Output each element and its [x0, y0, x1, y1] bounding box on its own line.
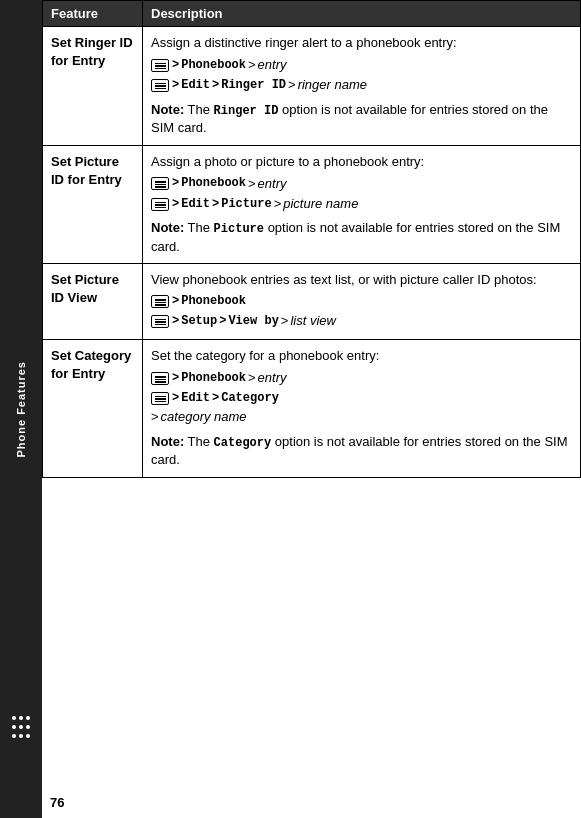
dot: [19, 725, 23, 729]
menu-line: > Edit > Ringer ID > ringer name: [151, 76, 572, 94]
table-row: Set Picture ID for EntryAssign a photo o…: [43, 145, 581, 264]
menu-separator: >: [172, 313, 179, 330]
menu-line: > category name: [151, 408, 572, 426]
main-content: Feature Description Set Ringer ID for En…: [42, 0, 581, 818]
dot: [26, 725, 30, 729]
menu-separator: >: [172, 77, 179, 94]
desc-intro: View phonebook entries as text list, or …: [151, 271, 572, 289]
menu-value: entry: [258, 369, 287, 387]
note-label: Note:: [151, 102, 184, 117]
menu-line: > Phonebook > entry: [151, 369, 572, 387]
menu-keyword: Edit: [181, 390, 210, 407]
menu-separator: >: [172, 57, 179, 74]
feature-cell: Set Ringer ID for Entry: [43, 27, 143, 146]
dot: [26, 716, 30, 720]
menu-keyword: View by: [228, 313, 278, 330]
note-text: Note: The Picture option is not availabl…: [151, 219, 572, 256]
dot: [12, 725, 16, 729]
menu-value: ringer name: [298, 76, 367, 94]
note-label: Note:: [151, 220, 184, 235]
menu-value: list view: [290, 312, 336, 330]
note-text: Note: The Category option is not availab…: [151, 433, 572, 470]
table-row: Set Ringer ID for EntryAssign a distinct…: [43, 27, 581, 146]
feature-cell: Set Picture ID for Entry: [43, 145, 143, 264]
dot: [19, 716, 23, 720]
menu-separator: >: [172, 175, 179, 192]
dot: [12, 734, 16, 738]
note-keyword: Picture: [214, 222, 264, 236]
page-number: 76: [50, 795, 64, 810]
sidebar-label: Phone Features: [15, 361, 27, 458]
header-feature: Feature: [43, 1, 143, 27]
menu-text: >: [248, 56, 256, 74]
feature-cell: Set Category for Entry: [43, 340, 143, 477]
menu-value: entry: [258, 56, 287, 74]
table-row: Set Picture ID ViewView phonebook entrie…: [43, 264, 581, 340]
page-wrapper: Phone Features Feature: [0, 0, 581, 818]
menu-line: > Phonebook > entry: [151, 56, 572, 74]
menu-keyword: Picture: [221, 196, 271, 213]
menu-keyword: Edit: [181, 196, 210, 213]
menu-keyword: Phonebook: [181, 175, 246, 192]
menu-keyword: Phonebook: [181, 370, 246, 387]
menu-line: > Setup > View by > list view: [151, 312, 572, 330]
desc-intro: Set the category for a phonebook entry:: [151, 347, 572, 365]
description-cell: Assign a photo or picture to a phonebook…: [143, 145, 581, 264]
menu-line: > Phonebook > entry: [151, 175, 572, 193]
note-label: Note:: [151, 434, 184, 449]
menu-separator: >: [172, 370, 179, 387]
note-text: Note: The Ringer ID option is not availa…: [151, 101, 572, 138]
table-row: Set Category for EntrySet the category f…: [43, 340, 581, 477]
note-keyword: Ringer ID: [214, 104, 279, 118]
sidebar-dots: [12, 716, 30, 738]
note-keyword: Category: [214, 436, 272, 450]
menu-keyword: Ringer ID: [221, 77, 286, 94]
menu-separator: >: [172, 196, 179, 213]
menu-value: entry: [258, 175, 287, 193]
menu-keyword: Setup: [181, 313, 217, 330]
dot: [26, 734, 30, 738]
dot: [19, 734, 23, 738]
description-cell: Set the category for a phonebook entry: …: [143, 340, 581, 477]
menu-separator: >: [212, 196, 219, 213]
desc-intro: Assign a distinctive ringer alert to a p…: [151, 34, 572, 52]
menu-line: > Phonebook: [151, 293, 572, 310]
menu-text: >: [274, 195, 282, 213]
menu-keyword: Edit: [181, 77, 210, 94]
menu-text: >: [151, 408, 159, 426]
description-cell: Assign a distinctive ringer alert to a p…: [143, 27, 581, 146]
menu-keyword: Phonebook: [181, 293, 246, 310]
menu-separator: >: [172, 293, 179, 310]
menu-line: > Edit > Category: [151, 390, 572, 407]
menu-separator: >: [219, 313, 226, 330]
description-cell: View phonebook entries as text list, or …: [143, 264, 581, 340]
header-description: Description: [143, 1, 581, 27]
menu-line: > Edit > Picture > picture name: [151, 195, 572, 213]
dot: [12, 716, 16, 720]
menu-text: >: [248, 175, 256, 193]
menu-text: >: [248, 369, 256, 387]
desc-intro: Assign a photo or picture to a phonebook…: [151, 153, 572, 171]
menu-separator: >: [172, 390, 179, 407]
menu-value: category name: [161, 408, 247, 426]
menu-keyword: Phonebook: [181, 57, 246, 74]
sidebar: Phone Features: [0, 0, 42, 818]
feature-cell: Set Picture ID View: [43, 264, 143, 340]
menu-separator: >: [212, 390, 219, 407]
menu-keyword: Category: [221, 390, 279, 407]
features-table: Feature Description Set Ringer ID for En…: [42, 0, 581, 478]
menu-text: >: [281, 312, 289, 330]
menu-value: picture name: [283, 195, 358, 213]
menu-separator: >: [212, 77, 219, 94]
menu-text: >: [288, 76, 296, 94]
